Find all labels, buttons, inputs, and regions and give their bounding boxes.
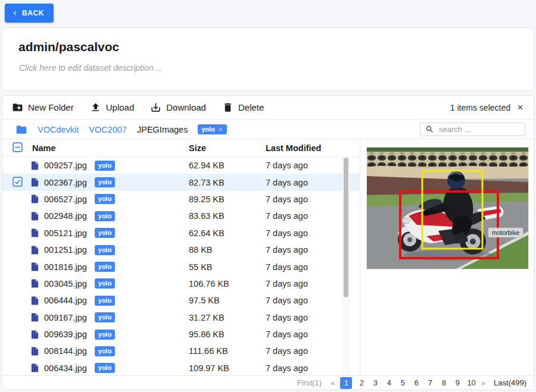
yolo-tag-badge: yolo	[95, 211, 116, 221]
file-icon	[30, 211, 40, 221]
pagination-first[interactable]: First(1)	[297, 378, 322, 387]
file-size: 89.25 KB	[186, 195, 266, 204]
upload-label: Upload	[106, 102, 135, 112]
search-box[interactable]	[420, 123, 525, 136]
file-name: 009167.jpg	[44, 313, 87, 322]
file-modified: 7 days ago	[266, 178, 343, 187]
yolo-tag-badge: yolo	[95, 194, 116, 204]
yolo-tag-badge: yolo	[95, 262, 116, 272]
file-name: 003045.jpg	[44, 279, 87, 288]
table-row[interactable]: 009639.jpg yolo 95.86 KB 7 days ago	[2, 326, 360, 343]
table-row[interactable]: 002948.jpg yolo 83.63 KB 7 days ago	[2, 208, 360, 224]
file-size: 55 KB	[186, 262, 266, 272]
file-name: 002948.jpg	[44, 211, 87, 221]
header-name[interactable]: Name	[29, 143, 186, 153]
clear-selection-button[interactable]	[516, 104, 524, 111]
yolo-tag-badge: yolo	[95, 346, 116, 356]
file-size: 88 KB	[186, 245, 266, 255]
pagination-prev[interactable]: «	[331, 378, 335, 387]
file-name: 006444.jpg	[44, 296, 87, 305]
file-name: 001251.jpg	[44, 245, 87, 255]
annotated-motorbike-photo: motorbike	[367, 148, 528, 269]
yolo-filter-chip[interactable]: yolo	[198, 124, 227, 134]
pagination-page-1[interactable]: 1	[340, 377, 352, 389]
file-name: 009639.jpg	[44, 330, 87, 339]
table-row[interactable]: 001251.jpg yolo 88 KB 7 days ago	[2, 242, 360, 258]
upload-button[interactable]: Upload	[90, 102, 135, 113]
table-row[interactable]: 006434.jpg yolo 109.97 KB 7 days ago	[2, 360, 360, 377]
file-name: 005121.jpg	[44, 228, 87, 238]
file-browser-card: New Folder Upload Download Delete 1 item…	[2, 95, 534, 390]
pagination-next[interactable]: »	[481, 378, 485, 387]
table-scrollbar[interactable]	[342, 155, 350, 377]
pagination-last[interactable]: Last(499)	[494, 378, 526, 387]
table-row[interactable]: 006444.jpg yolo 97.5 KB 7 days ago	[2, 292, 360, 309]
annotation-label-text: motorbike	[492, 229, 519, 236]
file-modified: 7 days ago	[266, 161, 343, 170]
table-row[interactable]: 005121.jpg yolo 62.64 KB 7 days ago	[2, 225, 360, 242]
table-row[interactable]: 002367.jpg yolo 82.73 KB 7 days ago	[2, 174, 360, 190]
breadcrumb-link-voc2007[interactable]: VOC2007	[89, 125, 127, 134]
pagination-page-8[interactable]: 8	[440, 378, 448, 387]
folder-icon[interactable]	[15, 124, 27, 136]
annotation-label: motorbike	[488, 228, 523, 237]
pagination-page-3[interactable]: 3	[371, 378, 379, 387]
back-button-label: BACK	[22, 9, 44, 17]
yolo-tag-badge: yolo	[95, 245, 116, 255]
row-checkbox[interactable]	[13, 177, 23, 187]
breadcrumb-link-vocdevkit[interactable]: VOCdevkit	[38, 125, 79, 134]
header-modified[interactable]: Last Modified	[266, 143, 343, 153]
delete-button[interactable]: Delete	[222, 102, 264, 113]
file-icon	[30, 228, 40, 238]
close-icon[interactable]	[218, 127, 223, 132]
close-icon	[516, 104, 524, 111]
file-modified: 7 days ago	[266, 211, 343, 221]
dataset-title: admin/pascalvoc	[18, 40, 534, 54]
file-icon	[30, 296, 40, 306]
pagination-page-6[interactable]: 6	[412, 378, 420, 387]
file-name: 006434.jpg	[44, 363, 87, 373]
pagination-page-7[interactable]: 7	[426, 378, 434, 387]
file-icon	[30, 278, 40, 288]
breadcrumb: VOCdevkit VOC2007 JPEGImages yolo	[2, 120, 534, 139]
delete-icon	[222, 102, 233, 113]
pagination-page-10[interactable]: 10	[467, 378, 475, 387]
breadcrumb-current-jpegimages: JPEGImages	[137, 125, 188, 134]
file-modified: 7 days ago	[266, 363, 343, 373]
header-size[interactable]: Size	[186, 143, 266, 153]
pagination-page-2[interactable]: 2	[357, 378, 366, 387]
table-row[interactable]: 003045.jpg yolo 106.76 KB 7 days ago	[2, 275, 360, 292]
file-name: 009257.jpg	[44, 161, 87, 170]
table-row[interactable]: 009167.jpg yolo 31.27 KB 7 days ago	[2, 309, 360, 326]
dataset-description-placeholder[interactable]: Click here to edit dataset description .…	[19, 63, 534, 73]
pagination-page-9[interactable]: 9	[453, 378, 462, 387]
search-input[interactable]	[439, 125, 520, 134]
file-modified: 7 days ago	[266, 330, 343, 339]
file-icon	[30, 245, 40, 255]
file-modified: 7 days ago	[266, 346, 343, 356]
image-preview: motorbike	[367, 148, 528, 269]
table-row[interactable]: 008144.jpg yolo 111.66 KB 7 days ago	[2, 343, 360, 359]
table-row[interactable]: 001816.jpg yolo 55 KB 7 days ago	[2, 258, 360, 275]
new-folder-icon	[12, 102, 23, 113]
download-button[interactable]: Download	[150, 102, 206, 113]
file-size: 62.94 KB	[186, 161, 266, 170]
pagination-page-5[interactable]: 5	[398, 378, 407, 387]
table-row[interactable]: 009257.jpg yolo 62.94 KB 7 days ago	[2, 157, 360, 174]
selection-count: 1 items selected	[450, 103, 510, 112]
scrollbar-thumb[interactable]	[344, 158, 348, 297]
file-modified: 7 days ago	[266, 195, 343, 204]
yolo-tag-badge: yolo	[95, 161, 116, 171]
file-icon	[30, 312, 40, 322]
select-all-checkbox[interactable]	[13, 142, 23, 152]
file-size: 62.64 KB	[186, 228, 266, 238]
table-row[interactable]: 006527.jpg yolo 89.25 KB 7 days ago	[2, 191, 360, 208]
file-icon	[30, 330, 40, 340]
file-name: 001816.jpg	[44, 262, 87, 272]
chevron-left-icon	[11, 9, 19, 17]
toolbar: New Folder Upload Download Delete 1 item…	[2, 96, 534, 120]
new-folder-button[interactable]: New Folder	[12, 102, 74, 113]
back-button[interactable]: BACK	[5, 4, 54, 23]
pagination-pages: 12345678910	[340, 377, 475, 389]
pagination-page-4[interactable]: 4	[385, 378, 393, 387]
